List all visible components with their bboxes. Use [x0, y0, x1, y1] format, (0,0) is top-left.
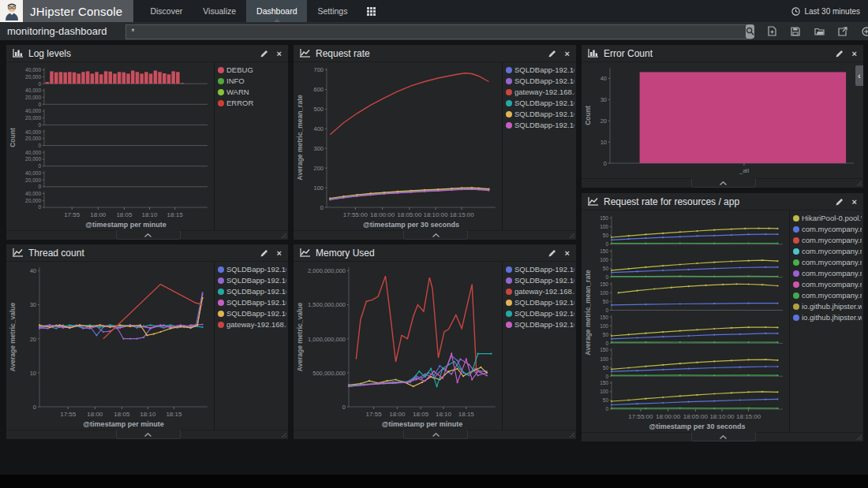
panel-request-rate: Request rate×Average metric_mean_rate010… [294, 45, 576, 240]
edit-panel-button[interactable] [260, 50, 268, 58]
legend-item[interactable]: com.mycompany.myap... [793, 225, 862, 233]
legend-toggle[interactable]: › [789, 214, 790, 234]
apps-menu-button[interactable] [357, 0, 385, 22]
collapse-panel-button[interactable] [116, 430, 181, 439]
collapse-panel-button[interactable] [691, 178, 756, 188]
close-panel-button[interactable]: × [277, 249, 282, 257]
svg-text:600: 600 [313, 86, 324, 93]
legend-item[interactable]: com.mycompany.myap... [793, 269, 862, 278]
legend-color-dot [793, 248, 799, 255]
legend-toggle[interactable]: › [214, 65, 215, 86]
svg-text:50: 50 [603, 397, 609, 403]
legend-item[interactable]: com.mycompany.myap... [793, 291, 862, 300]
legend-toggle[interactable]: ‹ [855, 65, 863, 86]
close-panel-button[interactable]: × [277, 50, 282, 58]
svg-text:18:00:00: 18:00:00 [656, 413, 681, 420]
legend-item[interactable]: com.mycompany.myap... [793, 258, 862, 266]
collapse-panel-button[interactable] [403, 230, 468, 240]
query-input[interactable] [125, 24, 752, 39]
legend-item[interactable]: SQLDBapp-192.168.4... [506, 298, 574, 307]
add-visualization-button[interactable] [860, 25, 868, 38]
legend-item[interactable]: HikariPool-0.pool.Wait [793, 214, 862, 222]
search-button[interactable] [746, 24, 754, 39]
legend-item[interactable]: INFO [218, 76, 286, 85]
legend-item[interactable]: com.mycompany.myap... [793, 236, 862, 244]
panel-log-levels: Log levels×Count020,00040,000020,00040,0… [6, 45, 288, 240]
legend-item[interactable]: SQLDBapp-192.168.4... [218, 265, 286, 274]
legend-toggle[interactable]: › [502, 65, 503, 86]
resize-handle[interactable] [569, 233, 575, 239]
save-dashboard-button[interactable] [789, 25, 802, 38]
legend-item[interactable]: SQLDBapp-192.168.4... [506, 309, 574, 318]
legend-item[interactable]: SQLDBapp-192.168.4... [218, 309, 286, 318]
legend-toggle[interactable]: › [214, 265, 215, 285]
resize-handle[interactable] [856, 434, 862, 441]
legend-item[interactable]: SQLDBapp-192.168.4... [506, 121, 574, 129]
legend-item[interactable]: ERROR [218, 99, 286, 107]
share-button[interactable] [836, 25, 849, 38]
resize-handle[interactable] [856, 181, 862, 187]
legend-item[interactable]: io.github.jhipster.web.r... [793, 302, 862, 311]
edit-panel-button[interactable] [260, 249, 268, 257]
legend-color-dot [218, 67, 224, 73]
legend-item[interactable]: SQLDBapp-192.168.4... [506, 99, 574, 107]
legend-item[interactable]: SQLDBapp-192.168.4... [506, 76, 574, 85]
legend-item[interactable]: DEBUG [218, 65, 286, 74]
close-panel-button[interactable]: × [565, 50, 570, 58]
legend-item[interactable]: SQLDBapp-192.168.4... [506, 320, 574, 329]
legend-item[interactable]: SQLDBapp-192.168.4... [218, 298, 286, 307]
nav-item-dashboard[interactable]: Dashboard [246, 0, 307, 22]
panel-header[interactable]: Error Count× [582, 45, 863, 62]
legend-item[interactable]: com.mycompany.myap... [793, 247, 862, 255]
legend-item[interactable]: io.github.jhipster.web.r... [793, 313, 862, 322]
legend-item[interactable]: SQLDBapp-192.168.4... [218, 276, 286, 285]
close-panel-button[interactable]: × [565, 249, 570, 257]
legend-item[interactable]: SQLDBapp-192.168.4... [506, 265, 574, 274]
edit-panel-button[interactable] [836, 50, 844, 58]
legend-toggle[interactable]: › [502, 265, 503, 285]
nav-item-discover[interactable]: Discover [140, 0, 193, 22]
edit-panel-button[interactable] [548, 249, 556, 257]
svg-text:0: 0 [605, 374, 608, 379]
panel-error-count: Error Count×Count010203040_all‹ [582, 45, 863, 188]
panel-header[interactable]: Request rate for resources / app× [582, 193, 863, 210]
edit-panel-button[interactable] [836, 198, 844, 206]
panel-header[interactable]: Log levels× [6, 45, 288, 62]
jhipster-logo[interactable] [0, 0, 23, 22]
close-panel-button[interactable]: × [852, 50, 857, 58]
legend-item[interactable]: WARN [218, 88, 286, 96]
legend-item[interactable]: com.mycompany.myap... [793, 280, 862, 289]
line-chart-icon [588, 197, 598, 206]
legend-item[interactable]: SQLDBapp-192.168.4... [506, 110, 574, 118]
line-chart-icon [13, 248, 23, 257]
brand-title[interactable]: JHipster Console [23, 0, 133, 22]
new-dashboard-button[interactable] [765, 25, 778, 38]
legend-item[interactable]: gateway-192.168.43.8:... [506, 287, 574, 296]
collapse-panel-button[interactable] [116, 230, 181, 240]
legend-item[interactable]: gateway-192.168.43.8:... [218, 320, 286, 329]
legend-color-dot [793, 226, 799, 233]
svg-text:500: 500 [313, 106, 324, 113]
load-dashboard-button[interactable] [813, 25, 825, 38]
svg-text:100: 100 [600, 389, 608, 394]
svg-text:18:00: 18:00 [87, 411, 103, 418]
nav-item-visualize[interactable]: Visualize [193, 0, 246, 22]
chart-svg: Count020,00040,000020,00040,000020,00040… [8, 62, 214, 231]
collapse-panel-button[interactable] [403, 430, 468, 439]
panel-header[interactable]: Request rate× [294, 45, 576, 62]
panel-header[interactable]: Thread count× [6, 244, 288, 262]
collapse-panel-button[interactable] [691, 432, 756, 441]
panel-header[interactable]: Memory Used× [294, 244, 576, 262]
legend-item[interactable]: SQLDBapp-192.168.4... [218, 287, 286, 296]
nav-item-settings[interactable]: Settings [307, 0, 357, 22]
close-panel-button[interactable]: × [852, 198, 857, 206]
resize-handle[interactable] [281, 233, 287, 239]
time-picker[interactable]: Last 30 minutes [791, 0, 868, 22]
dashboard-toolbar: monitoring-dashboard [0, 22, 868, 40]
legend-item[interactable]: SQLDBapp-192.168.4... [506, 276, 574, 285]
resize-handle[interactable] [281, 432, 287, 438]
legend-item[interactable]: gateway-192.168.43.8:... [506, 88, 574, 96]
legend-item[interactable]: SQLDBapp-192.168.4... [506, 65, 574, 74]
resize-handle[interactable] [569, 432, 575, 438]
edit-panel-button[interactable] [548, 50, 556, 58]
